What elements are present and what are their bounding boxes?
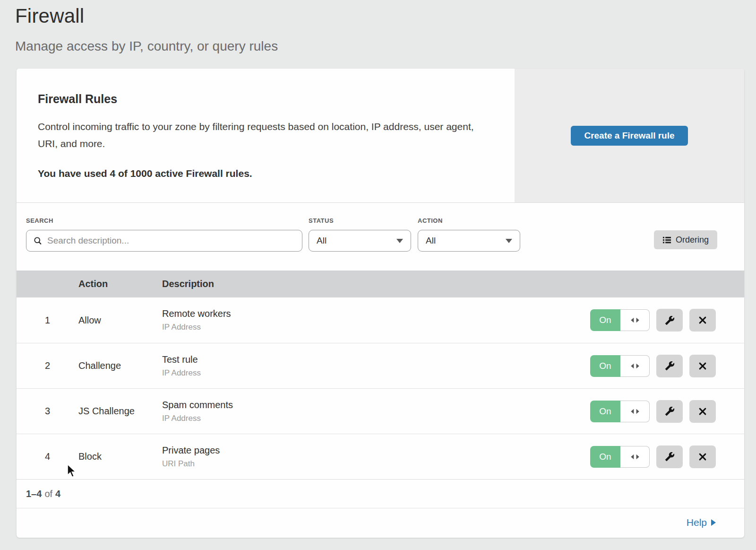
rule-enabled-toggle[interactable]: On xyxy=(590,355,650,377)
page-header: Firewall Manage access by IP, country, o… xyxy=(0,0,756,54)
intro-text-panel: Firewall Rules Control incoming traffic … xyxy=(17,69,515,202)
chevron-down-icon xyxy=(506,239,512,243)
toggle-arrows-icon xyxy=(620,309,650,331)
ordered-list-icon xyxy=(662,236,671,244)
pagination-summary: 1–4 of 4 xyxy=(17,479,744,508)
search-input[interactable] xyxy=(47,236,295,246)
ordering-button[interactable]: Ordering xyxy=(654,230,717,249)
firewall-card: Firewall Rules Control incoming traffic … xyxy=(17,69,744,538)
toggle-on-label: On xyxy=(590,309,620,331)
rule-description: Private pages xyxy=(162,445,590,456)
toggle-arrows-icon xyxy=(620,446,650,468)
edit-rule-button[interactable] xyxy=(656,355,683,377)
rule-priority: 1 xyxy=(17,315,78,326)
rule-priority: 3 xyxy=(17,406,78,417)
action-column-header: Action xyxy=(78,279,162,289)
intro-description: Control incoming traffic to your zone by… xyxy=(38,118,484,152)
action-label: ACTION xyxy=(418,217,520,224)
status-select[interactable]: All xyxy=(309,230,411,252)
rule-description: Spam comments xyxy=(162,400,590,410)
rule-enabled-toggle[interactable]: On xyxy=(590,446,650,468)
range-of: of xyxy=(44,489,52,499)
rule-match-type: URI Path xyxy=(162,459,590,469)
rules-usage-count: You have used 4 of 1000 active Firewall … xyxy=(38,168,493,179)
page-title: Firewall xyxy=(15,5,756,27)
wrench-icon xyxy=(665,315,675,325)
toggle-on-label: On xyxy=(590,401,620,422)
page-subtitle: Manage access by IP, country, or query r… xyxy=(15,39,756,54)
close-icon xyxy=(698,315,707,325)
rule-enabled-toggle[interactable]: On xyxy=(590,309,650,331)
rule-controls: On xyxy=(590,355,716,377)
rule-priority: 2 xyxy=(17,360,78,371)
magnifier-icon xyxy=(33,236,43,245)
status-filter: STATUS All xyxy=(309,217,411,252)
delete-rule-button[interactable] xyxy=(689,400,716,423)
table-row: 1 Allow Remote workers IP Address On xyxy=(17,297,744,343)
rule-action: Allow xyxy=(78,315,162,326)
toggle-on-label: On xyxy=(590,355,620,377)
ordering-button-label: Ordering xyxy=(676,235,709,245)
delete-rule-button[interactable] xyxy=(689,309,716,332)
rule-description: Test rule xyxy=(162,354,590,365)
help-link-label: Help xyxy=(687,517,707,528)
chevron-down-icon xyxy=(396,239,403,243)
search-filter: SEARCH xyxy=(26,217,302,252)
help-bar: Help xyxy=(17,508,744,537)
delete-rule-button[interactable] xyxy=(689,355,716,377)
status-label: STATUS xyxy=(309,217,411,224)
rule-match-type: IP Address xyxy=(162,368,590,378)
close-icon xyxy=(698,361,707,371)
search-box xyxy=(26,230,302,252)
rule-controls: On xyxy=(590,309,716,332)
edit-rule-button[interactable] xyxy=(656,445,683,468)
rule-controls: On xyxy=(590,445,716,468)
range-start: 1–4 xyxy=(26,489,42,499)
search-label: SEARCH xyxy=(26,217,302,224)
rule-description-cell: Remote workers IP Address xyxy=(162,308,590,332)
intro-heading: Firewall Rules xyxy=(38,92,493,106)
action-select[interactable]: All xyxy=(418,230,520,252)
table-row: 4 Block Private pages URI Path On xyxy=(17,434,744,479)
rule-description: Remote workers xyxy=(162,308,590,319)
action-filter: ACTION All xyxy=(418,217,520,252)
toggle-on-label: On xyxy=(590,446,620,468)
rule-action: Challenge xyxy=(78,360,162,371)
table-row: 2 Challenge Test rule IP Address On xyxy=(17,343,744,388)
rule-controls: On xyxy=(590,400,716,423)
description-column-header: Description xyxy=(162,279,744,289)
close-icon xyxy=(698,407,707,416)
table-row: 3 JS Challenge Spam comments IP Address … xyxy=(17,388,744,434)
toggle-arrows-icon xyxy=(620,355,650,377)
rule-enabled-toggle[interactable]: On xyxy=(590,401,650,422)
rule-match-type: IP Address xyxy=(162,414,590,423)
rule-description-cell: Test rule IP Address xyxy=(162,354,590,378)
create-firewall-rule-button[interactable]: Create a Firewall rule xyxy=(571,126,688,146)
firewall-rules-intro: Firewall Rules Control incoming traffic … xyxy=(17,69,744,203)
create-rule-panel: Create a Firewall rule xyxy=(515,69,744,202)
delete-rule-button[interactable] xyxy=(689,445,716,468)
help-link[interactable]: Help xyxy=(687,517,716,528)
wrench-icon xyxy=(665,406,675,416)
arrow-right-icon xyxy=(711,519,716,526)
table-header: Action Description xyxy=(17,271,744,297)
wrench-icon xyxy=(665,361,675,371)
rule-description-cell: Spam comments IP Address xyxy=(162,400,590,423)
range-total: 4 xyxy=(55,489,60,499)
rule-priority: 4 xyxy=(17,451,78,462)
rule-description-cell: Private pages URI Path xyxy=(162,445,590,469)
action-select-value: All xyxy=(426,236,436,246)
rule-match-type: IP Address xyxy=(162,323,590,332)
status-select-value: All xyxy=(317,236,326,246)
close-icon xyxy=(698,452,707,462)
edit-rule-button[interactable] xyxy=(656,400,683,423)
rule-action: JS Challenge xyxy=(78,406,162,417)
rule-action: Block xyxy=(78,451,162,462)
toggle-arrows-icon xyxy=(620,401,650,422)
edit-rule-button[interactable] xyxy=(656,309,683,332)
filters-bar: SEARCH STATUS All ACTION All xyxy=(17,203,744,271)
wrench-icon xyxy=(665,452,675,462)
